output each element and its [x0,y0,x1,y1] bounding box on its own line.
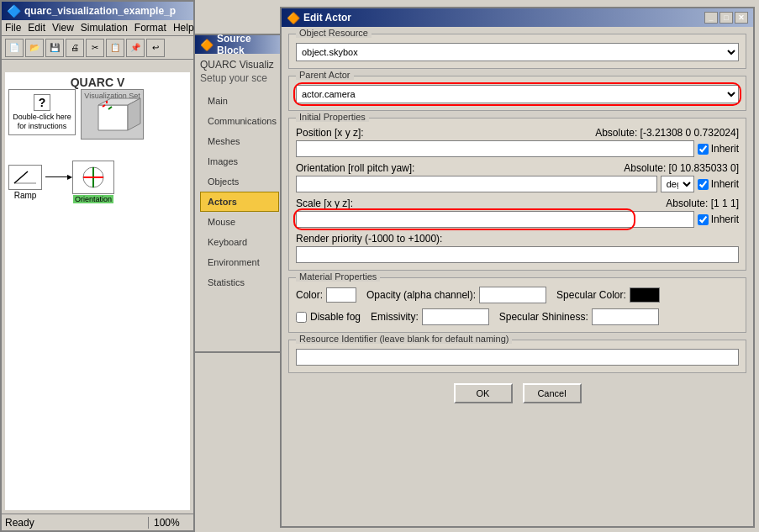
simulink-toolbar: 📄 📂 💾 🖨 ✂ 📋 📌 ↩ [2,36,193,60]
scale-absolute: Absolute: [1 1 1] [666,198,739,209]
nav-communications[interactable]: Communications [200,111,279,131]
object-resource-group: Object Resource object.skybox [288,34,746,69]
menu-view[interactable]: View [52,22,74,34]
object-resource-row: object.skybox [296,43,739,61]
simulink-title: quarc_visualization_example_p [24,5,176,17]
position-inherit-checkbox[interactable] [698,144,709,155]
quarc-subtitle: QUARC Visualiz [200,59,279,71]
toolbar-copy[interactable]: 📋 [106,39,124,57]
toolbar-paste[interactable]: 📌 [126,39,145,57]
scale-inherit-checkbox[interactable] [698,214,709,225]
nav-keyboard[interactable]: Keyboard [200,232,279,252]
nav-actors[interactable]: Actors [200,192,279,212]
menu-file[interactable]: File [5,22,21,34]
nav-environment[interactable]: Environment [200,252,279,272]
nav-mouse[interactable]: Mouse [200,212,279,232]
nav-statistics[interactable]: Statistics [200,272,279,292]
minimize-button[interactable]: _ [704,12,718,24]
quarc-setup: Setup your sce [200,72,279,84]
scale-section: Scale [x y z]: Absolute: [1 1 1] [1000 1… [296,198,739,228]
disable-fog-checkbox[interactable] [296,312,307,323]
simulink-window: 🔷 quarc_visualization_example_p File Edi… [0,0,195,532]
toolbar-new[interactable]: 📄 [5,39,24,57]
menu-help[interactable]: Help [173,22,194,34]
maximize-button[interactable]: □ [719,12,733,24]
parent-actor-group: Parent Actor actor.camera [288,76,746,111]
simulink-canvas: QUARC V ? Double-click herefor instructi… [5,72,190,510]
simulink-icon: 🔷 [7,4,21,18]
specular-shininess-label: Specular Shininess: [499,311,588,323]
question-icon: ? [34,94,50,111]
scale-inherit: Inherit [698,213,739,225]
svg-line-7 [14,171,28,183]
position-input[interactable]: [0 0 0] [296,140,694,157]
nav-objects[interactable]: Objects [200,171,279,192]
resource-identifier-row: actor.skybox [296,349,739,366]
toolbar-undo[interactable]: ↩ [146,39,165,57]
emissivity-input[interactable]: 0 [422,308,489,325]
ok-button[interactable]: OK [454,383,513,403]
dialog-buttons: OK Cancel [288,380,746,407]
cancel-button[interactable]: Cancel [523,383,582,403]
toolbar-save[interactable]: 💾 [45,39,64,57]
nav-main[interactable]: Main [200,91,279,111]
orientation-block[interactable]: Orientation [72,161,114,203]
instructions-block[interactable]: ? Double-click herefor instructions [8,89,76,135]
position-label: Position [x y z]: [296,127,364,139]
nav-images[interactable]: Images [200,151,279,171]
disable-fog-label: Disable fog [310,311,361,323]
toolbar-print[interactable]: 🖨 [66,39,84,57]
orientation-label: Orientation [73,195,113,203]
render-priority-input[interactable]: 0 [296,246,739,263]
specular-shininess-input[interactable]: 0.1 [592,308,659,325]
render-priority-label: Render priority (-1000 to +1000): [296,233,442,245]
position-absolute: Absolute: [-3.21308 0 0.732024] [595,127,739,139]
nav-meshes[interactable]: Meshes [200,131,279,151]
specular-color-picker[interactable] [630,287,660,303]
dialog-title: Edit Actor [303,12,351,24]
status-ready: Ready [5,517,148,529]
menu-simulation[interactable]: Simulation [81,22,128,34]
object-resource-label: Object Resource [296,28,372,38]
opacity-input[interactable]: 1 [479,287,546,303]
quarc-window: 🔶 Source Block QUARC Visualiz Setup your… [193,34,286,353]
menu-format[interactable]: Format [134,22,166,34]
material-properties-label: Material Properties [296,271,380,282]
toolbar-cut[interactable]: ✂ [86,39,104,57]
simulink-titlebar: 🔷 quarc_visualization_example_p [2,2,193,20]
scale-input[interactable]: [1000 1000 1000] [296,211,694,228]
emissivity-label: Emissivity: [371,311,419,323]
menu-edit[interactable]: Edit [28,22,45,34]
quarc-title: Source Block [217,33,279,56]
specular-color-label: Specular Color: [556,289,626,301]
resource-identifier-input[interactable]: actor.skybox [296,349,739,366]
parent-actor-label: Parent Actor [296,70,354,80]
initial-properties-label: Initial Properties [296,112,369,122]
orientation-inherit-checkbox[interactable] [698,179,709,190]
initial-properties-group: Initial Properties Position [x y z]: Abs… [288,118,746,271]
orientation-input[interactable]: [0 0 0] [296,176,657,192]
status-zoom: 100% [148,517,190,529]
opacity-label: Opacity (alpha channel): [366,289,476,301]
simulink-menubar: File Edit View Simulation Format Help [2,20,193,36]
dialog-body: Object Resource object.skybox Parent Act… [282,27,753,413]
edit-actor-dialog: 🔶 Edit Actor _ □ ✕ Object Resource objec… [280,7,755,528]
orientation-unit-select[interactable]: degs [661,176,694,192]
titlebar-controls: _ □ ✕ [704,12,748,24]
quarc-titlebar: 🔶 Source Block [195,35,284,54]
close-button[interactable]: ✕ [735,12,748,24]
toolbar-open[interactable]: 📂 [25,39,44,57]
parent-actor-select[interactable]: actor.camera [296,85,739,103]
quarc-icon: 🔶 [200,39,213,51]
parent-actor-row: actor.camera [296,85,739,103]
orientation-label: Orientation [roll pitch yaw]: [296,162,414,174]
material-properties-group: Material Properties Color: Opacity (alph… [288,277,746,333]
orientation-absolute: Absolute: [0 10.835033 0] [624,162,739,174]
quarc-content: QUARC Visualiz Setup your sce Main Commu… [195,54,284,298]
ramp-block[interactable]: Ramp [8,165,42,200]
dialog-titlebar: 🔶 Edit Actor _ □ ✕ [282,8,753,27]
object-resource-select[interactable]: object.skybox [296,43,739,61]
color-picker[interactable] [326,287,356,303]
render-priority-section: Render priority (-1000 to +1000): 0 [296,233,739,263]
resource-identifier-label: Resource Identifier (leave blank for def… [296,334,512,344]
